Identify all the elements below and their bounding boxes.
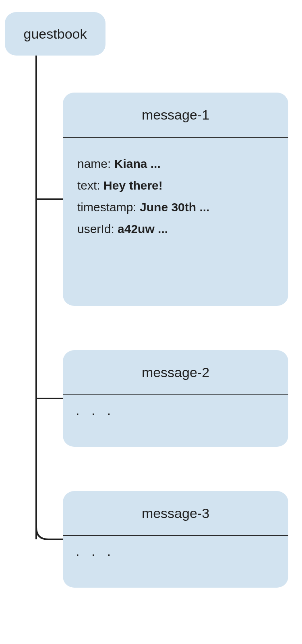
document-fields: name: Kiana ... text: Hey there! timesta… — [63, 138, 288, 255]
document-title: message-2 — [63, 350, 288, 395]
document-ellipsis: . . . — [63, 395, 288, 418]
field-value: Kiana ... — [114, 157, 161, 170]
collection-label: guestbook — [24, 26, 87, 42]
field-row-name: name: Kiana ... — [77, 157, 274, 171]
document-title: message-3 — [63, 491, 288, 536]
document-box-message-3: message-3 . . . — [63, 491, 288, 588]
document-ellipsis: . . . — [63, 536, 288, 559]
field-value: June 30th ... — [140, 200, 209, 214]
field-key: timestamp: — [77, 200, 137, 214]
diagram-canvas: guestbook message-1 name: Kiana ... text… — [0, 0, 302, 644]
field-row-text: text: Hey there! — [77, 179, 274, 192]
field-value: Hey there! — [103, 179, 163, 192]
field-row-userid: userId: a42uw ... — [77, 222, 274, 236]
document-box-message-2: message-2 . . . — [63, 350, 288, 447]
document-box-message-1: message-1 name: Kiana ... text: Hey ther… — [63, 93, 288, 306]
field-key: name: — [77, 157, 111, 170]
collection-box-guestbook: guestbook — [5, 12, 105, 56]
field-value: a42uw ... — [118, 222, 168, 235]
document-title: message-1 — [63, 93, 288, 138]
field-row-timestamp: timestamp: June 30th ... — [77, 200, 274, 214]
field-key: text: — [77, 179, 100, 192]
field-key: userId: — [77, 222, 114, 235]
